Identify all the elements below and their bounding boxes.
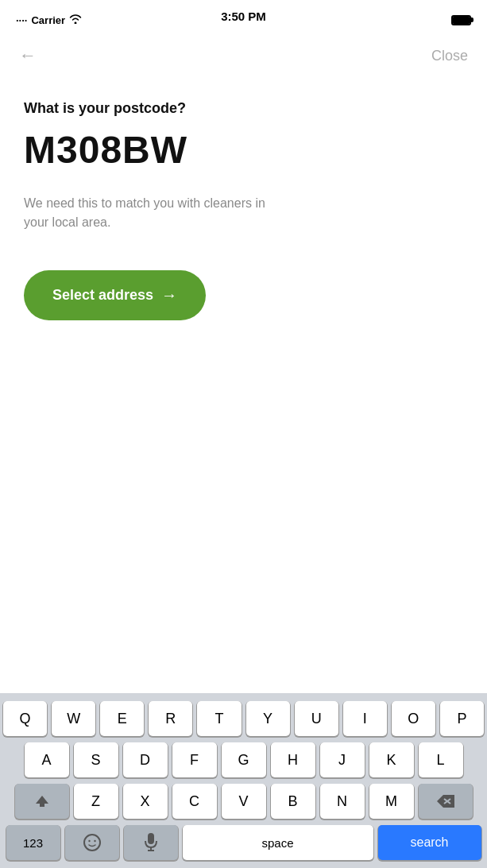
main-content: What is your postcode? M308BW We need th… [0,76,487,336]
status-bar: ···· Carrier 3:50 PM [0,0,487,35]
key-x[interactable]: X [123,784,168,819]
battery-area [451,15,471,25]
keyboard-row-1: Q W E R T Y U I O P [3,701,484,736]
key-s[interactable]: S [74,742,118,777]
carrier-dots: ···· [16,14,27,26]
wifi-icon [69,14,82,26]
emoji-key[interactable] [65,825,119,860]
time-display: 3:50 PM [221,10,266,23]
description-text: We need this to match you with cleaners … [24,194,278,232]
key-k[interactable]: K [369,742,414,777]
key-b[interactable]: B [271,784,315,819]
key-y[interactable]: Y [246,701,290,736]
key-q[interactable]: Q [3,701,47,736]
carrier-info: ···· Carrier [16,14,82,26]
svg-marker-0 [36,796,48,807]
select-address-label: Select address [52,287,153,304]
key-n[interactable]: N [320,784,365,819]
key-u[interactable]: U [295,701,338,736]
svg-rect-6 [148,833,154,844]
shift-icon [34,793,50,809]
key-v[interactable]: V [222,784,266,819]
postcode-display: M308BW [24,128,463,172]
backspace-icon [437,795,454,808]
close-button[interactable]: Close [431,48,468,64]
select-address-button[interactable]: Select address → [24,270,206,320]
emoji-icon [83,833,102,852]
nav-bar: ← Close [0,35,487,76]
keyboard-bottom-row: 123 space search [3,825,484,860]
key-a[interactable]: A [25,742,69,777]
keyboard-row-3: Z X C V B N M [3,784,484,819]
key-c[interactable]: C [172,784,217,819]
arrow-icon: → [161,286,177,304]
mic-icon [144,833,158,852]
key-h[interactable]: H [271,742,315,777]
svg-point-4 [88,840,90,842]
key-w[interactable]: W [52,701,95,736]
key-e[interactable]: E [100,701,144,736]
key-d[interactable]: D [123,742,168,777]
key-f[interactable]: F [172,742,217,777]
key-i[interactable]: I [343,701,387,736]
mic-key[interactable] [124,825,178,860]
backspace-key[interactable] [419,784,473,819]
battery-icon [451,15,471,25]
keyboard-row-2: A S D F G H J K L [3,742,484,777]
search-key[interactable]: search [378,825,481,860]
shift-key[interactable] [15,784,69,819]
key-g[interactable]: G [222,742,266,777]
key-r[interactable]: R [149,701,192,736]
key-l[interactable]: L [419,742,463,777]
num-key[interactable]: 123 [6,825,60,860]
svg-point-3 [84,835,100,851]
keyboard: Q W E R T Y U I O P A S D F G H J K L Z … [0,693,487,868]
key-z[interactable]: Z [74,784,118,819]
key-o[interactable]: O [392,701,435,736]
key-m[interactable]: M [369,784,414,819]
carrier-name: Carrier [31,14,65,26]
space-key[interactable]: space [183,825,373,860]
back-button[interactable]: ← [19,45,37,66]
key-t[interactable]: T [197,701,241,736]
svg-point-5 [94,840,95,842]
question-label: What is your postcode? [24,100,463,117]
key-p[interactable]: P [440,701,484,736]
key-j[interactable]: J [320,742,365,777]
